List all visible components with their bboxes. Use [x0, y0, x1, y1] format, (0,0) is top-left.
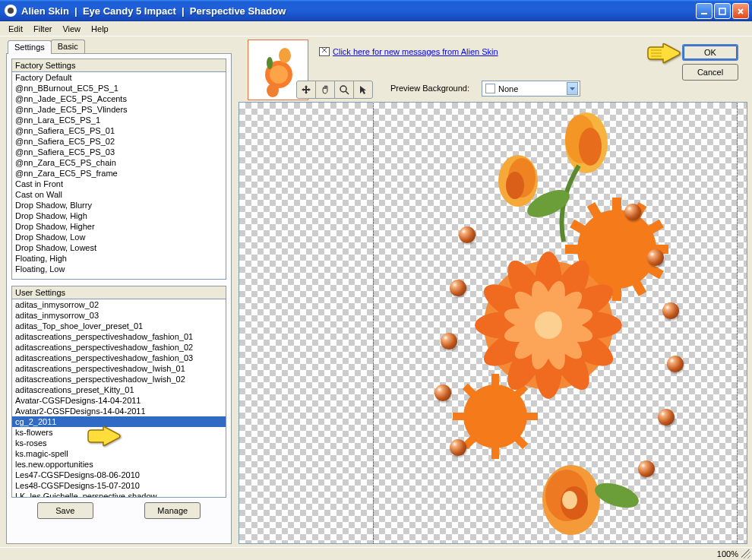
transparency-swatch-icon [485, 84, 495, 93]
list-item[interactable]: Cast on Wall [12, 189, 226, 200]
svg-point-11 [579, 128, 602, 166]
bead [459, 226, 476, 243]
svg-rect-1 [719, 8, 725, 14]
list-item[interactable]: @nn_Zara_EC5_PS_chain [12, 157, 226, 168]
preview-toolbar [296, 81, 373, 99]
bead [441, 333, 457, 350]
settings-pane: Factory Settings Factory Default@nn_BBur… [6, 53, 232, 544]
menu-help[interactable]: Help [86, 24, 114, 34]
svg-point-3 [270, 65, 288, 84]
zoom-tool-icon[interactable] [334, 81, 354, 99]
list-item[interactable]: @nn_BBurnout_EC5_PS_1 [12, 83, 226, 93]
svg-point-6 [267, 57, 273, 69]
tab-settings[interactable]: Settings [8, 40, 52, 54]
menu-view[interactable]: View [57, 24, 86, 34]
list-item[interactable]: Drop Shadow, High [12, 210, 226, 221]
list-item[interactable]: Drop Shadow, Lowest [12, 242, 226, 253]
tabs: Settings Basic [8, 40, 84, 53]
preview-canvas[interactable] [239, 102, 747, 544]
bead [638, 460, 655, 477]
list-item[interactable]: ks.magic-spell [12, 448, 226, 459]
list-item[interactable]: Cast in Front [12, 179, 226, 189]
menubar: Edit Filter View Help [0, 21, 752, 36]
factory-settings-list[interactable]: Factory Default@nn_BBurnout_EC5_PS_1@nn_… [11, 71, 226, 280]
maximize-button[interactable] [714, 3, 731, 19]
factory-settings-label: Factory Settings [11, 59, 226, 71]
list-item[interactable]: @nn_Safiera_EC5_PS_02 [12, 136, 226, 147]
tab-basic[interactable]: Basic [51, 40, 85, 53]
preview-image-bounds [373, 102, 738, 544]
list-item[interactable]: @nn_Safiera_EC5_PS_01 [12, 125, 226, 136]
ok-button[interactable]: OK [682, 44, 738, 61]
list-item[interactable]: aditascreations_perspectiveshadow_Iwish_… [12, 374, 226, 384]
svg-point-7 [340, 86, 346, 92]
preview-area: Click here for new messages from Alien S… [239, 40, 747, 544]
chevron-down-icon[interactable] [567, 82, 578, 95]
tutorial-pointer-preset [87, 426, 121, 447]
list-item[interactable]: Drop Shadow, Higher [12, 221, 226, 232]
list-item[interactable]: Avatar2-CGSFDesigns-14-04-2011 [12, 406, 226, 416]
svg-point-15 [506, 172, 524, 199]
list-item[interactable]: @nn_Safiera_EC5_PS_03 [12, 147, 226, 157]
list-item[interactable]: aditascreations_perspectiveshadow_fashio… [12, 331, 226, 342]
list-item[interactable]: @nn_Lara_EC5_PS_1 [12, 115, 226, 125]
list-item[interactable]: @nn_Jade_EC5_PS_Accents [12, 93, 226, 104]
zoom-level: 100% [717, 549, 738, 558]
list-item[interactable]: Les48-CGSFDesigns-15-07-2010 [12, 480, 226, 491]
user-settings-list[interactable]: aditas_inmysorrow_02aditas_inmysorrow_03… [11, 299, 226, 498]
list-item[interactable]: @nn_Jade_EC5_PS_Vlinders [12, 104, 226, 115]
alien-skin-message-link[interactable]: Click here for new messages from Alien S… [319, 47, 498, 56]
svg-rect-34 [526, 413, 538, 420]
bead [450, 439, 466, 456]
list-item[interactable]: aditas_inmysorrow_02 [12, 299, 226, 310]
preview-background-combo[interactable]: None [482, 81, 580, 96]
svg-line-8 [346, 91, 349, 94]
resize-grip[interactable] [741, 549, 750, 558]
bead [450, 280, 466, 296]
menu-filter[interactable]: Filter [28, 24, 57, 34]
user-settings-label: User Settings [11, 286, 226, 299]
manage-button[interactable]: Manage [144, 502, 201, 519]
list-item[interactable]: les.new.opportunities [12, 459, 226, 470]
list-item[interactable]: Drop Shadow, Blurry [12, 200, 226, 210]
list-item[interactable]: LK_les Guichelle_perspective-shadow [12, 491, 226, 498]
hand-tool-icon[interactable] [315, 81, 335, 99]
tutorial-pointer-ok [646, 43, 681, 64]
close-button[interactable] [732, 3, 749, 19]
list-item[interactable]: aditas_inmysorrow_03 [12, 310, 226, 321]
minimize-button[interactable] [696, 3, 713, 19]
svg-rect-31 [491, 374, 499, 386]
bead [647, 249, 664, 266]
svg-point-69 [562, 491, 577, 509]
menu-edit[interactable]: Edit [3, 24, 28, 34]
svg-rect-33 [453, 413, 465, 420]
list-item[interactable]: aditas_Top_shoe_lover_preset_01 [12, 321, 226, 331]
svg-rect-0 [701, 13, 707, 14]
flower-artwork [374, 102, 738, 544]
list-item[interactable]: aditascreations_perspectiveshadow_Iwish_… [12, 363, 226, 374]
list-item[interactable]: Drop Shadow, Low [12, 232, 226, 242]
list-item[interactable]: Floating, Low [12, 264, 226, 274]
list-item[interactable]: aditascreations_preset_Kitty_01 [12, 384, 226, 395]
message-link-text[interactable]: Click here for new messages from Alien S… [333, 47, 498, 56]
list-item[interactable]: Avatar-CGSFDesigns-14-04-2011 [12, 395, 226, 406]
window-title: Alien Skin | Eye Candy 5 Impact | Perspe… [21, 5, 286, 17]
list-item[interactable]: @nn_Zara_EC5_PS_frame [12, 168, 226, 179]
preview-background-value: None [498, 84, 567, 93]
svg-point-65 [535, 312, 562, 339]
bead [662, 302, 679, 319]
bead [624, 204, 641, 220]
list-item[interactable]: Floating, High [12, 253, 226, 264]
list-item[interactable]: aditascreations_perspectiveshadow_fashio… [12, 353, 226, 363]
svg-rect-19 [612, 286, 621, 301]
list-item[interactable]: aditascreations_perspectiveshadow_fashio… [12, 342, 226, 353]
move-tool-icon[interactable] [296, 81, 316, 99]
svg-point-4 [279, 48, 291, 63]
cancel-button[interactable]: Cancel [682, 64, 738, 81]
pointer-tool-icon[interactable] [353, 81, 373, 99]
svg-rect-20 [565, 245, 580, 254]
save-button[interactable]: Save [37, 502, 93, 519]
list-item[interactable]: Factory Default [12, 72, 226, 83]
list-item[interactable]: Les47-CGSFDesigns-08-06-2010 [12, 470, 226, 480]
app-icon [5, 5, 17, 17]
